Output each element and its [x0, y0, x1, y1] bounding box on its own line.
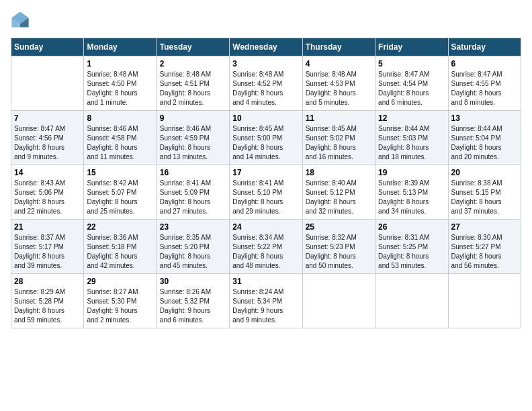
day-detail: Sunrise: 8:24 AM Sunset: 5:34 PM Dayligh…: [232, 287, 299, 325]
logo: [11, 11, 31, 30]
day-number: 11: [306, 113, 372, 123]
day-detail: Sunrise: 8:43 AM Sunset: 5:06 PM Dayligh…: [14, 179, 81, 216]
calendar-cell: 16Sunrise: 8:41 AM Sunset: 5:09 PM Dayli…: [157, 165, 229, 220]
day-number: 21: [14, 222, 81, 232]
day-detail: Sunrise: 8:40 AM Sunset: 5:12 PM Dayligh…: [306, 179, 372, 216]
day-detail: Sunrise: 8:32 AM Sunset: 5:23 PM Dayligh…: [306, 233, 372, 271]
day-number: 14: [14, 168, 81, 177]
calendar-cell: 2Sunrise: 8:48 AM Sunset: 4:51 PM Daylig…: [157, 56, 229, 111]
calendar-cell: [448, 274, 521, 328]
day-detail: Sunrise: 8:37 AM Sunset: 5:17 PM Dayligh…: [14, 233, 81, 271]
calendar-cell: 25Sunrise: 8:32 AM Sunset: 5:23 PM Dayli…: [302, 220, 375, 274]
column-header-wednesday: Wednesday: [230, 38, 302, 56]
calendar-cell: 19Sunrise: 8:39 AM Sunset: 5:13 PM Dayli…: [375, 165, 448, 220]
week-row-3: 14Sunrise: 8:43 AM Sunset: 5:06 PM Dayli…: [11, 165, 521, 220]
calendar-cell: 15Sunrise: 8:42 AM Sunset: 5:07 PM Dayli…: [84, 165, 157, 220]
calendar-cell: 24Sunrise: 8:34 AM Sunset: 5:22 PM Dayli…: [230, 220, 302, 274]
calendar-cell: 27Sunrise: 8:30 AM Sunset: 5:27 PM Dayli…: [448, 220, 521, 274]
day-detail: Sunrise: 8:39 AM Sunset: 5:13 PM Dayligh…: [378, 179, 445, 216]
day-number: 23: [160, 222, 226, 232]
day-number: 3: [232, 59, 299, 68]
calendar-cell: 30Sunrise: 8:26 AM Sunset: 5:32 PM Dayli…: [157, 274, 229, 328]
day-number: 29: [87, 277, 153, 286]
logo-icon: [11, 11, 30, 30]
day-detail: Sunrise: 8:31 AM Sunset: 5:25 PM Dayligh…: [378, 233, 445, 271]
day-detail: Sunrise: 8:26 AM Sunset: 5:32 PM Dayligh…: [160, 287, 226, 325]
calendar-cell: 11Sunrise: 8:45 AM Sunset: 5:02 PM Dayli…: [302, 111, 375, 165]
day-detail: Sunrise: 8:46 AM Sunset: 4:59 PM Dayligh…: [160, 124, 226, 162]
calendar-table: SundayMondayTuesdayWednesdayThursdayFrid…: [11, 38, 521, 328]
column-header-saturday: Saturday: [448, 38, 521, 56]
week-row-4: 21Sunrise: 8:37 AM Sunset: 5:17 PM Dayli…: [11, 220, 521, 274]
column-header-friday: Friday: [375, 38, 448, 56]
page-header: [11, 11, 521, 30]
column-header-monday: Monday: [84, 38, 157, 56]
day-detail: Sunrise: 8:29 AM Sunset: 5:28 PM Dayligh…: [14, 287, 81, 325]
day-detail: Sunrise: 8:36 AM Sunset: 5:18 PM Dayligh…: [87, 233, 153, 271]
day-number: 13: [451, 113, 518, 123]
day-detail: Sunrise: 8:41 AM Sunset: 5:09 PM Dayligh…: [160, 179, 226, 216]
day-detail: Sunrise: 8:34 AM Sunset: 5:22 PM Dayligh…: [232, 233, 299, 271]
day-number: 28: [14, 277, 81, 286]
day-detail: Sunrise: 8:47 AM Sunset: 4:55 PM Dayligh…: [451, 70, 518, 107]
calendar-cell: 14Sunrise: 8:43 AM Sunset: 5:06 PM Dayli…: [11, 165, 84, 220]
week-row-5: 28Sunrise: 8:29 AM Sunset: 5:28 PM Dayli…: [11, 274, 521, 328]
column-header-thursday: Thursday: [302, 38, 375, 56]
calendar-cell: 6Sunrise: 8:47 AM Sunset: 4:55 PM Daylig…: [448, 56, 521, 111]
day-number: 7: [14, 113, 81, 123]
day-detail: Sunrise: 8:48 AM Sunset: 4:53 PM Dayligh…: [306, 70, 372, 107]
calendar-cell: 1Sunrise: 8:48 AM Sunset: 4:50 PM Daylig…: [84, 56, 157, 111]
calendar-cell: 23Sunrise: 8:35 AM Sunset: 5:20 PM Dayli…: [157, 220, 229, 274]
day-detail: Sunrise: 8:35 AM Sunset: 5:20 PM Dayligh…: [160, 233, 226, 271]
day-detail: Sunrise: 8:46 AM Sunset: 4:58 PM Dayligh…: [87, 124, 153, 162]
calendar-cell: 28Sunrise: 8:29 AM Sunset: 5:28 PM Dayli…: [11, 274, 84, 328]
calendar-cell: 10Sunrise: 8:45 AM Sunset: 5:00 PM Dayli…: [230, 111, 302, 165]
day-number: 1: [87, 59, 153, 68]
day-detail: Sunrise: 8:44 AM Sunset: 5:04 PM Dayligh…: [451, 124, 518, 162]
day-number: 20: [451, 168, 518, 177]
day-number: 5: [378, 59, 445, 68]
calendar-cell: 18Sunrise: 8:40 AM Sunset: 5:12 PM Dayli…: [302, 165, 375, 220]
day-number: 4: [306, 59, 372, 68]
day-number: 17: [232, 168, 299, 177]
day-number: 10: [232, 113, 299, 123]
calendar-cell: 31Sunrise: 8:24 AM Sunset: 5:34 PM Dayli…: [230, 274, 302, 328]
calendar-cell: 4Sunrise: 8:48 AM Sunset: 4:53 PM Daylig…: [302, 56, 375, 111]
day-detail: Sunrise: 8:27 AM Sunset: 5:30 PM Dayligh…: [87, 287, 153, 325]
day-detail: Sunrise: 8:42 AM Sunset: 5:07 PM Dayligh…: [87, 179, 153, 216]
calendar-cell: 12Sunrise: 8:44 AM Sunset: 5:03 PM Dayli…: [375, 111, 448, 165]
day-number: 25: [306, 222, 372, 232]
calendar-cell: 13Sunrise: 8:44 AM Sunset: 5:04 PM Dayli…: [448, 111, 521, 165]
day-number: 2: [160, 59, 226, 68]
day-number: 31: [232, 277, 299, 286]
week-row-2: 7Sunrise: 8:47 AM Sunset: 4:56 PM Daylig…: [11, 111, 521, 165]
day-number: 18: [306, 168, 372, 177]
day-detail: Sunrise: 8:48 AM Sunset: 4:50 PM Dayligh…: [87, 70, 153, 107]
column-header-sunday: Sunday: [11, 38, 84, 56]
day-number: 26: [378, 222, 445, 232]
day-detail: Sunrise: 8:47 AM Sunset: 4:56 PM Dayligh…: [14, 124, 81, 162]
calendar-cell: 9Sunrise: 8:46 AM Sunset: 4:59 PM Daylig…: [157, 111, 229, 165]
day-number: 15: [87, 168, 153, 177]
day-detail: Sunrise: 8:30 AM Sunset: 5:27 PM Dayligh…: [451, 233, 518, 271]
day-number: 16: [160, 168, 226, 177]
calendar-cell: [302, 274, 375, 328]
week-row-1: 1Sunrise: 8:48 AM Sunset: 4:50 PM Daylig…: [11, 56, 521, 111]
calendar-cell: 20Sunrise: 8:38 AM Sunset: 5:15 PM Dayli…: [448, 165, 521, 220]
calendar-cell: 22Sunrise: 8:36 AM Sunset: 5:18 PM Dayli…: [84, 220, 157, 274]
day-detail: Sunrise: 8:47 AM Sunset: 4:54 PM Dayligh…: [378, 70, 445, 107]
calendar-cell: 17Sunrise: 8:41 AM Sunset: 5:10 PM Dayli…: [230, 165, 302, 220]
calendar-cell: [375, 274, 448, 328]
calendar-cell: 26Sunrise: 8:31 AM Sunset: 5:25 PM Dayli…: [375, 220, 448, 274]
day-detail: Sunrise: 8:38 AM Sunset: 5:15 PM Dayligh…: [451, 179, 518, 216]
calendar-cell: 7Sunrise: 8:47 AM Sunset: 4:56 PM Daylig…: [11, 111, 84, 165]
day-detail: Sunrise: 8:48 AM Sunset: 4:52 PM Dayligh…: [232, 70, 299, 107]
day-detail: Sunrise: 8:45 AM Sunset: 5:02 PM Dayligh…: [306, 124, 372, 162]
day-number: 19: [378, 168, 445, 177]
day-number: 6: [451, 59, 518, 68]
column-header-tuesday: Tuesday: [157, 38, 229, 56]
day-number: 30: [160, 277, 226, 286]
calendar-cell: 29Sunrise: 8:27 AM Sunset: 5:30 PM Dayli…: [84, 274, 157, 328]
calendar-cell: 5Sunrise: 8:47 AM Sunset: 4:54 PM Daylig…: [375, 56, 448, 111]
calendar-cell: 3Sunrise: 8:48 AM Sunset: 4:52 PM Daylig…: [230, 56, 302, 111]
